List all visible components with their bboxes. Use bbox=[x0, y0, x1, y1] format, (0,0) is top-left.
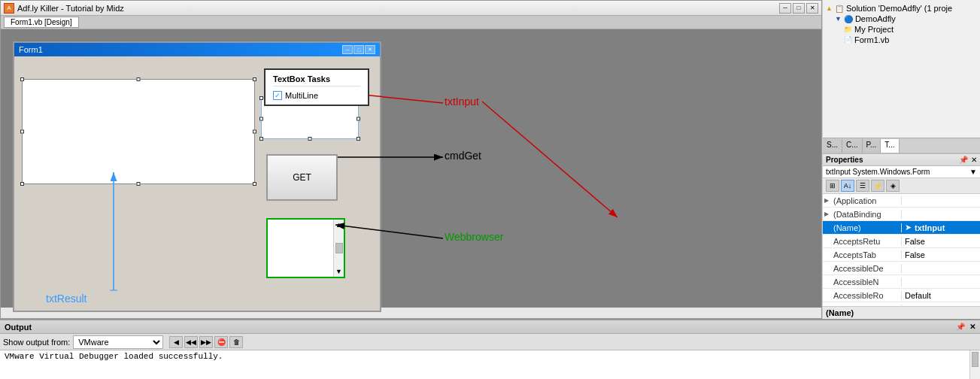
designer-panel: A Adf.ly Killer - Tutorial by Midz ─ □ ✕… bbox=[0, 0, 822, 319]
prop-btn-alpha[interactable]: A↓ bbox=[841, 180, 854, 192]
annotation-cmdget: cmdGet bbox=[444, 150, 481, 162]
myproject-label: My Project bbox=[854, 25, 894, 34]
output-toolbar-buttons: ◀ ◀◀ ▶▶ ⛔ 🗑 bbox=[169, 336, 243, 348]
prop-row-accessibled[interactable]: AccessibleDe bbox=[823, 262, 980, 275]
tab-t[interactable]: T... bbox=[881, 139, 899, 153]
output-btn-2[interactable]: ◀◀ bbox=[184, 336, 198, 348]
canvas-area: Form1 ─ □ ✕ bbox=[1, 29, 821, 308]
resize-handle-tl[interactable] bbox=[20, 77, 24, 81]
prop-row-application[interactable]: ▶ (Application bbox=[823, 194, 980, 208]
form1vb-icon: 📄 bbox=[844, 36, 852, 44]
output-title: Output bbox=[5, 323, 32, 332]
properties-footer-text: (Name) bbox=[826, 308, 854, 317]
myproject-node[interactable]: 📁 My Project bbox=[844, 24, 977, 35]
tab-s[interactable]: S... bbox=[823, 139, 842, 153]
resize-handle-tr[interactable] bbox=[253, 77, 256, 81]
prop-row-accessiblero[interactable]: AccessibleRo Default bbox=[823, 289, 980, 302]
solution-expand-icon: ▲ bbox=[826, 5, 833, 12]
prop-value-name: txtInput bbox=[912, 223, 980, 232]
resize-handle-tl2[interactable] bbox=[259, 96, 263, 100]
form1vb-label: Form1.vb bbox=[854, 35, 889, 44]
arrow-name-icon: ➤ bbox=[902, 223, 912, 232]
minimize-button[interactable]: ─ bbox=[779, 3, 791, 14]
annotation-webbrowser: Webbrowser bbox=[444, 231, 503, 243]
properties-dropdown-icon[interactable]: ▼ bbox=[969, 168, 977, 176]
close-button[interactable]: ✕ bbox=[806, 3, 818, 14]
output-btn-3[interactable]: ▶▶ bbox=[199, 336, 213, 348]
app-icon: A bbox=[4, 3, 14, 14]
prop-btn-grid[interactable]: ⊞ bbox=[826, 180, 839, 192]
prop-name-databinding: (DataBinding bbox=[830, 210, 902, 219]
txtresult-control[interactable] bbox=[22, 79, 255, 184]
title-bar-text: Adf.ly Killer - Tutorial by Midz bbox=[17, 4, 124, 13]
prop-name-name: (Name) bbox=[830, 223, 902, 232]
output-toolbar: Show output from: VMware ◀ ◀◀ ▶▶ ⛔ 🗑 bbox=[0, 334, 980, 350]
resize-handle-bottom[interactable] bbox=[137, 182, 141, 186]
prop-row-acceptsreturn[interactable]: AcceptsRetu False bbox=[823, 235, 980, 248]
output-close-icon[interactable]: ✕ bbox=[969, 323, 975, 331]
prop-name-accessiblero: AccessibleRo bbox=[830, 291, 902, 300]
resize-handle-br[interactable] bbox=[253, 182, 256, 186]
scrollbar-thumb[interactable] bbox=[972, 352, 978, 367]
form1-tab[interactable]: Form1.vb [Design] bbox=[4, 17, 79, 28]
prop-row-databinding[interactable]: ▶ (DataBinding bbox=[823, 208, 980, 221]
textbox-tasks-popup: TextBox Tasks MultiLine bbox=[264, 68, 369, 106]
resize-handle-right[interactable] bbox=[253, 130, 256, 134]
properties-title: Properties bbox=[826, 156, 863, 164]
scrollbar-thumb[interactable] bbox=[335, 243, 343, 253]
prop-name-accessibled: AccessibleDe bbox=[830, 264, 902, 273]
form-close-btn[interactable]: ✕ bbox=[365, 45, 375, 54]
output-source-select[interactable]: VMware bbox=[73, 335, 163, 349]
form-max-btn[interactable]: □ bbox=[353, 45, 364, 54]
title-bar: A Adf.ly Killer - Tutorial by Midz ─ □ ✕ bbox=[1, 1, 821, 16]
resize-handle-top[interactable] bbox=[137, 77, 141, 81]
output-content-area: VMware Virtual Debugger loaded successfu… bbox=[0, 350, 980, 379]
multiline-item[interactable]: MultiLine bbox=[273, 91, 360, 100]
solution-node[interactable]: ▲ 📋 Solution 'DemoAdfly' (1 proje bbox=[826, 3, 977, 14]
pin-icon[interactable]: 📌 bbox=[959, 156, 968, 164]
webbrowser-content bbox=[268, 220, 333, 277]
project-expand-icon: ▼ bbox=[835, 15, 842, 23]
output-pin-icon[interactable]: 📌 bbox=[956, 323, 965, 331]
form1vb-node[interactable]: 📄 Form1.vb bbox=[844, 35, 977, 45]
maximize-button[interactable]: □ bbox=[793, 3, 805, 14]
prop-row-name[interactable]: (Name) ➤ txtInput bbox=[823, 221, 980, 235]
prop-btn-events[interactable]: ⚡ bbox=[871, 180, 884, 192]
form-title-bar: Form1 ─ □ ✕ bbox=[14, 43, 380, 56]
expand-databinding-icon: ▶ bbox=[823, 211, 830, 217]
resize-handle-left[interactable] bbox=[20, 130, 24, 134]
prop-name-acceptsreturn: AcceptsRetu bbox=[830, 237, 902, 246]
prop-value-acceptstab: False bbox=[902, 250, 980, 259]
output-btn-1[interactable]: ◀ bbox=[169, 336, 183, 348]
prop-btn-prop[interactable]: ◈ bbox=[886, 180, 900, 192]
resize-handle-bl[interactable] bbox=[20, 182, 24, 186]
output-btn-clear[interactable]: 🗑 bbox=[229, 336, 243, 348]
multiline-checkbox[interactable] bbox=[273, 91, 282, 100]
project-node[interactable]: ▼ 🔵 DemoAdfly bbox=[835, 14, 977, 24]
close-properties-icon[interactable]: ✕ bbox=[971, 156, 977, 164]
webbrowser-scrollbar: ▲ ▼ bbox=[333, 220, 344, 277]
properties-object[interactable]: txtInput System.Windows.Form ▼ bbox=[823, 166, 980, 178]
prop-row-acceptstab[interactable]: AcceptsTab False bbox=[823, 248, 980, 262]
resize-handle-b2[interactable] bbox=[308, 137, 312, 141]
resize-handle-bl2[interactable] bbox=[259, 137, 263, 141]
output-btn-stop[interactable]: ⛔ bbox=[214, 336, 228, 348]
resize-handle-l2[interactable] bbox=[259, 117, 263, 120]
tab-c[interactable]: C... bbox=[842, 139, 863, 153]
project-icon: 🔵 bbox=[844, 15, 853, 23]
resize-handle-r2[interactable] bbox=[357, 117, 360, 120]
output-scrollbar[interactable] bbox=[969, 350, 980, 379]
title-bar-left: A Adf.ly Killer - Tutorial by Midz bbox=[4, 3, 124, 14]
prop-row-accessiblen[interactable]: AccessibleN bbox=[823, 275, 980, 289]
output-text: VMware Virtual Debugger loaded successfu… bbox=[5, 352, 223, 361]
webbrowser-control[interactable]: ▲ ▼ bbox=[266, 218, 345, 278]
myproject-icon: 📁 bbox=[844, 26, 852, 33]
prop-btn-cat[interactable]: ☰ bbox=[856, 180, 869, 192]
annotation-txtinput: txtInput bbox=[444, 96, 479, 108]
properties-header-icons: 📌 ✕ bbox=[959, 156, 977, 164]
cmdget-control[interactable]: GET bbox=[266, 154, 338, 201]
resize-handle-br2[interactable] bbox=[357, 137, 360, 141]
tab-p[interactable]: P... bbox=[863, 139, 881, 153]
solution-tree: ▲ 📋 Solution 'DemoAdfly' (1 proje ▼ 🔵 De… bbox=[823, 0, 980, 48]
form-min-btn[interactable]: ─ bbox=[342, 45, 353, 54]
